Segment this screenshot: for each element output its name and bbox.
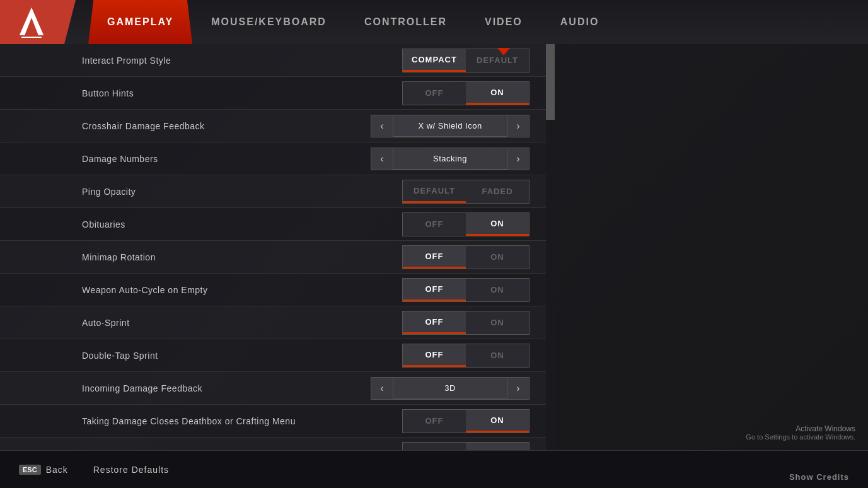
setting-row-minimap: Minimap Rotation Off On (0, 241, 555, 274)
selector-left-incoming[interactable]: ‹ (371, 377, 393, 400)
setting-row-weapon-autocycle: Weapon Auto-Cycle on Empty Off On (0, 274, 555, 306)
control-double-tap: Off On (402, 344, 529, 368)
activate-windows-line1: Activate Windows (746, 424, 855, 433)
toggle-weapon-autocycle: Off On (402, 278, 529, 302)
tab-controller[interactable]: CONTROLLER (345, 0, 466, 44)
scrollbar-thumb[interactable] (546, 44, 555, 120)
control-obituaries: Off On (402, 212, 529, 236)
settings-scroll[interactable]: Interact Prompt Style Compact Default Bu… (0, 44, 555, 450)
selector-left-damage[interactable]: ‹ (371, 148, 393, 170)
credits-label: Show Credits (789, 472, 849, 482)
activate-windows-notice: Activate Windows Go to Settings to activ… (746, 424, 855, 441)
toggle-on-autosprint[interactable]: On (466, 311, 529, 334)
tab-audio[interactable]: AUDIO (541, 0, 618, 44)
control-hopup: Off On (402, 442, 529, 451)
toggle-compact-btn[interactable]: Compact (403, 49, 466, 72)
setting-label-obituaries: Obituaries (82, 219, 125, 229)
toggle-double-tap: Off On (402, 344, 529, 368)
svg-marker-0 (20, 8, 43, 35)
setting-label-minimap: Minimap Rotation (82, 252, 156, 262)
setting-row-interact-prompt: Interact Prompt Style Compact Default (0, 44, 555, 77)
selector-crosshair: ‹ X w/ Shield Icon › (371, 115, 529, 137)
toggle-interact-prompt: Compact Default (402, 49, 529, 73)
control-auto-sprint: Off On (402, 311, 529, 335)
toggle-off-takingdmg[interactable]: Off (403, 410, 466, 433)
video-tab-arrow (497, 48, 510, 55)
toggle-on-weapon[interactable]: On (466, 279, 529, 301)
setting-label-button-hints: Button Hints (82, 88, 134, 98)
toggle-off-weapon[interactable]: Off (403, 279, 466, 301)
setting-row-ping-opacity: Ping Opacity Default Faded (0, 175, 555, 208)
control-interact-prompt: Compact Default (402, 49, 529, 73)
setting-row-auto-sprint: Auto-Sprint Off On (0, 306, 555, 339)
control-minimap: Off On (402, 245, 529, 269)
setting-row-double-tap: Double-Tap Sprint Off On (0, 339, 555, 372)
back-button[interactable]: ESC Back (19, 465, 68, 475)
toggle-ping-opacity: Default Faded (402, 180, 529, 204)
setting-row-crosshair: Crosshair Damage Feedback ‹ X w/ Shield … (0, 110, 555, 142)
toggle-off-button-hints[interactable]: Off (403, 82, 466, 105)
setting-label-taking-damage: Taking Damage Closes Deathbox or Craftin… (82, 416, 296, 426)
selector-right-damage[interactable]: › (507, 148, 529, 170)
setting-label-interact-prompt: Interact Prompt Style (82, 55, 171, 66)
nav-bar: GAMEPLAY MOUSE/KEYBOARD CONTROLLER VIDEO… (0, 0, 868, 44)
show-credits-button[interactable]: Show Credits (789, 472, 849, 482)
back-label: Back (46, 465, 68, 475)
settings-list: Interact Prompt Style Compact Default Bu… (0, 44, 555, 450)
toggle-on-minimap[interactable]: On (466, 246, 529, 269)
tab-gameplay[interactable]: GAMEPLAY (88, 0, 192, 44)
setting-row-taking-damage: Taking Damage Closes Deathbox or Craftin… (0, 405, 555, 438)
setting-label-damage-numbers: Damage Numbers (82, 154, 158, 164)
setting-label-weapon-autocycle: Weapon Auto-Cycle on Empty (82, 285, 208, 295)
restore-defaults-button[interactable]: Restore Defaults (93, 465, 169, 475)
toggle-faded-ping[interactable]: Faded (466, 180, 529, 203)
tab-mouse-keyboard[interactable]: MOUSE/KEYBOARD (192, 0, 345, 44)
esc-badge: ESC (19, 465, 41, 475)
control-button-hints: Off On (402, 81, 529, 105)
toggle-obituaries: Off On (402, 212, 529, 236)
toggle-default-ping[interactable]: Default (403, 180, 466, 203)
selector-right-crosshair[interactable]: › (507, 115, 529, 137)
main-content: Interact Prompt Style Compact Default Bu… (0, 44, 868, 450)
settings-panel: Interact Prompt Style Compact Default Bu… (0, 44, 555, 450)
restore-label: Restore Defaults (93, 465, 169, 475)
setting-label-crosshair: Crosshair Damage Feedback (82, 121, 205, 131)
toggle-minimap: Off On (402, 245, 529, 269)
toggle-on-hopup[interactable]: On (466, 443, 529, 451)
setting-label-incoming-damage: Incoming Damage Feedback (82, 383, 202, 393)
setting-row-incoming-damage: Incoming Damage Feedback ‹ 3D › (0, 372, 555, 405)
toggle-on-doubletap[interactable]: On (466, 344, 529, 367)
scrollbar-track (546, 44, 555, 450)
selector-damage-numbers: ‹ Stacking › (371, 148, 529, 170)
tab-video[interactable]: VIDEO (466, 0, 541, 44)
toggle-off-autosprint[interactable]: Off (403, 311, 466, 334)
toggle-on-takingdmg[interactable]: On (466, 410, 529, 433)
setting-row-hopup: Hop-Up Pop-Up Off On (0, 438, 555, 450)
selector-incoming-damage: ‹ 3D › (371, 377, 529, 400)
toggle-taking-damage: Off On (402, 409, 529, 433)
control-incoming-damage: ‹ 3D › (371, 377, 529, 400)
control-taking-damage: Off On (402, 409, 529, 433)
setting-label-ping-opacity: Ping Opacity (82, 187, 136, 197)
toggle-off-doubletap[interactable]: Off (403, 344, 466, 367)
right-panel (555, 44, 868, 450)
setting-row-obituaries: Obituaries Off On (0, 208, 555, 241)
toggle-hopup: Off On (402, 442, 529, 451)
toggle-button-hints: Off On (402, 81, 529, 105)
selector-value-damage: Stacking (393, 148, 507, 170)
selector-left-crosshair[interactable]: ‹ (371, 115, 393, 137)
logo-area (0, 0, 76, 44)
toggle-on-obituaries[interactable]: On (466, 213, 529, 236)
toggle-off-minimap[interactable]: Off (403, 246, 466, 269)
control-weapon-autocycle: Off On (402, 278, 529, 302)
setting-row-damage-numbers: Damage Numbers ‹ Stacking › (0, 142, 555, 175)
control-damage-numbers: ‹ Stacking › (371, 148, 529, 170)
selector-right-incoming[interactable]: › (507, 377, 529, 400)
toggle-on-button-hints[interactable]: On (466, 82, 529, 105)
bottom-bar: ESC Back Restore Defaults Show Credits (0, 450, 868, 488)
toggle-off-hopup[interactable]: Off (403, 443, 466, 451)
nav-tabs: GAMEPLAY MOUSE/KEYBOARD CONTROLLER VIDEO… (76, 0, 868, 44)
setting-label-double-tap: Double-Tap Sprint (82, 351, 158, 361)
control-crosshair: ‹ X w/ Shield Icon › (371, 115, 529, 137)
toggle-off-obituaries[interactable]: Off (403, 213, 466, 236)
